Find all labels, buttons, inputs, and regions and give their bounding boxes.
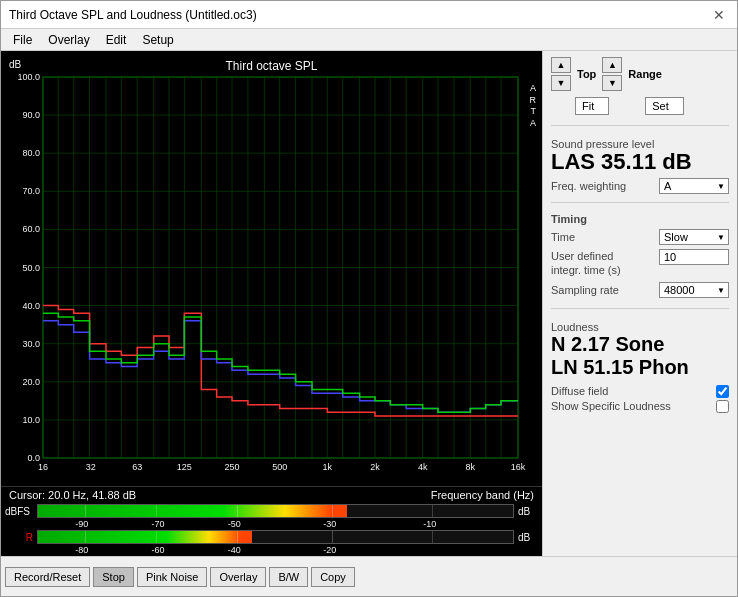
- freq-weighting-select-wrapper: A B C Z: [659, 178, 729, 194]
- user-defined-row: User definedintegr. time (s): [551, 249, 729, 278]
- tick-labels-row-1: -90 -70 -50 -30 -10: [37, 519, 514, 529]
- record-reset-button[interactable]: Record/Reset: [5, 567, 90, 587]
- show-specific-label: Show Specific Loudness: [551, 400, 671, 412]
- copy-button[interactable]: Copy: [311, 567, 355, 587]
- time-label: Time: [551, 231, 575, 243]
- user-defined-input[interactable]: [659, 249, 729, 265]
- sampling-rate-label: Sampling rate: [551, 284, 619, 296]
- diffuse-field-row: Diffuse field: [551, 385, 729, 398]
- chart-bottom: Cursor: 20.0 Hz, 41.88 dB Frequency band…: [1, 486, 542, 503]
- menu-edit[interactable]: Edit: [98, 32, 135, 48]
- show-specific-row: Show Specific Loudness: [551, 400, 729, 413]
- freq-weighting-select[interactable]: A B C Z: [659, 178, 729, 194]
- divider-3: [551, 308, 729, 309]
- level-row-2: R dB: [5, 530, 538, 544]
- fit-button[interactable]: Fit: [575, 97, 609, 115]
- right-panel: ▲ ▼ Top ▲ ▼ Range Fit Set Sound pressure…: [542, 51, 737, 556]
- loudness-value-1: N 2.17 Sone: [551, 333, 729, 356]
- nav-row-top: ▲ ▼ Top ▲ ▼ Range: [551, 57, 729, 91]
- control-buttons: Record/Reset Stop Pink Noise Overlay B/W…: [5, 567, 355, 587]
- show-specific-checkbox[interactable]: [716, 400, 729, 413]
- menu-overlay[interactable]: Overlay: [40, 32, 97, 48]
- tick-label-container-2: -80 -60 -40 -20: [37, 545, 514, 555]
- chart-canvas: [5, 55, 538, 486]
- nav-group-range: ▲ ▼: [602, 57, 622, 91]
- top-label: Top: [577, 68, 596, 80]
- tick-label-container-1: -90 -70 -50 -30 -10: [37, 519, 514, 529]
- nav-up-top[interactable]: ▲: [551, 57, 571, 73]
- title-bar: Third Octave SPL and Loudness (Untitled.…: [1, 1, 737, 29]
- main-content: dB Third octave SPL ARTA Cursor: 20.0 Hz…: [1, 51, 737, 556]
- menu-bar: File Overlay Edit Setup: [1, 29, 737, 51]
- tick-labels-row-2: -80 -60 -40 -20: [37, 545, 514, 555]
- diffuse-field-checkbox[interactable]: [716, 385, 729, 398]
- arta-label: ARTA: [530, 83, 537, 130]
- loudness-value-2: LN 51.15 Phon: [551, 356, 729, 379]
- chart-area: dB Third octave SPL ARTA Cursor: 20.0 Hz…: [1, 51, 542, 556]
- menu-file[interactable]: File: [5, 32, 40, 48]
- overlay-button[interactable]: Overlay: [210, 567, 266, 587]
- level-track-2: [37, 530, 514, 544]
- sampling-rate-select-wrapper: 48000 44100 96000: [659, 282, 729, 298]
- loudness-section-label: Loudness: [551, 321, 729, 333]
- close-button[interactable]: ✕: [709, 5, 729, 25]
- timing-section-label: Timing: [551, 213, 729, 225]
- cursor-text: Cursor: 20.0 Hz, 41.88 dB: [9, 489, 136, 501]
- user-defined-label: User definedintegr. time (s): [551, 249, 621, 278]
- range-label: Range: [628, 68, 662, 80]
- spl-value: LAS 35.11 dB: [551, 150, 729, 174]
- nav-row-fit: Fit Set: [575, 97, 729, 115]
- level-tick-label-1: dB: [518, 506, 538, 517]
- menu-setup[interactable]: Setup: [134, 32, 181, 48]
- window-title: Third Octave SPL and Loudness (Untitled.…: [9, 8, 257, 22]
- level-tick-label-2: dB: [518, 532, 538, 543]
- freq-weighting-row: Freq. weighting A B C Z: [551, 178, 729, 194]
- bottom-controls: Record/Reset Stop Pink Noise Overlay B/W…: [1, 556, 737, 596]
- time-select-wrapper: Slow Fast Impulse: [659, 229, 729, 245]
- level-meter-area: dBFS dB: [1, 503, 542, 556]
- nav-up-range[interactable]: ▲: [602, 57, 622, 73]
- chart-container: dB Third octave SPL ARTA: [5, 55, 538, 486]
- freq-weighting-label: Freq. weighting: [551, 180, 626, 192]
- sampling-rate-row: Sampling rate 48000 44100 96000: [551, 282, 729, 298]
- diffuse-field-label: Diffuse field: [551, 385, 608, 397]
- nav-down-range[interactable]: ▼: [602, 75, 622, 91]
- spl-section: Sound pressure level LAS 35.11 dB Freq. …: [551, 134, 729, 194]
- main-window: Third Octave SPL and Loudness (Untitled.…: [0, 0, 738, 597]
- set-button[interactable]: Set: [645, 97, 684, 115]
- bw-button[interactable]: B/W: [269, 567, 308, 587]
- timing-section: Timing Time Slow Fast Impulse User defin…: [551, 211, 729, 300]
- stop-button[interactable]: Stop: [93, 567, 134, 587]
- r-label: R: [5, 532, 33, 543]
- nav-down-top[interactable]: ▼: [551, 75, 571, 91]
- level-row-1: dBFS dB: [5, 504, 538, 518]
- nav-group-top: ▲ ▼: [551, 57, 571, 91]
- divider-2: [551, 202, 729, 203]
- freq-band-text: Frequency band (Hz): [431, 489, 534, 501]
- dbfs-label: dBFS: [5, 506, 33, 517]
- divider-1: [551, 125, 729, 126]
- chart-title: Third octave SPL: [5, 59, 538, 73]
- time-select[interactable]: Slow Fast Impulse: [659, 229, 729, 245]
- pink-noise-button[interactable]: Pink Noise: [137, 567, 208, 587]
- time-row: Time Slow Fast Impulse: [551, 229, 729, 245]
- loudness-section: Loudness N 2.17 Sone LN 51.15 Phon Diffu…: [551, 317, 729, 415]
- level-track-1: [37, 504, 514, 518]
- sampling-rate-select[interactable]: 48000 44100 96000: [659, 282, 729, 298]
